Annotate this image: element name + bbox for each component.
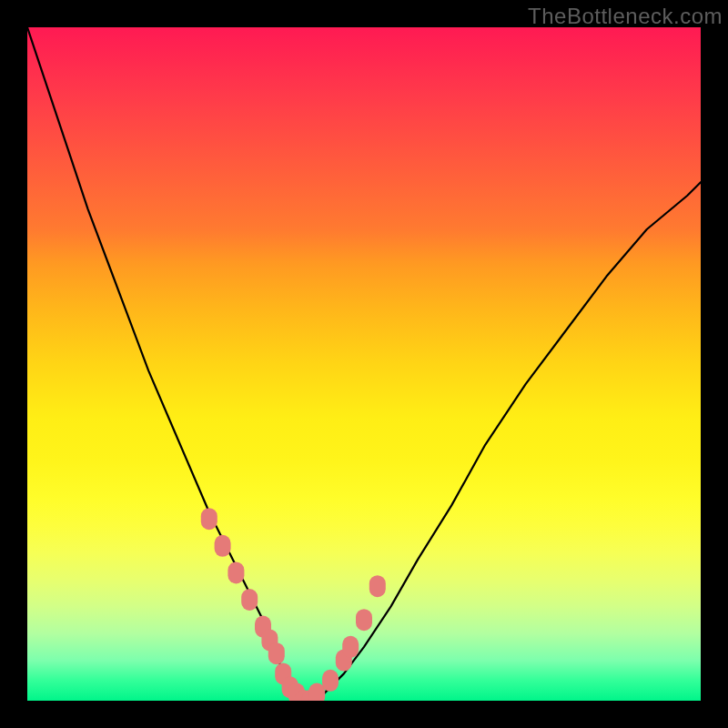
curve-markers [201, 508, 386, 701]
watermark-text: TheBottleneck.com [528, 4, 723, 29]
chart-frame: TheBottleneck.com [0, 0, 728, 728]
curve-marker [201, 508, 217, 530]
curve-marker [215, 535, 231, 557]
curve-svg [27, 27, 701, 701]
curve-marker [268, 642, 285, 664]
curve-marker [369, 575, 386, 597]
curve-marker [342, 636, 359, 658]
curve-marker [356, 609, 372, 631]
curve-marker [241, 589, 258, 611]
bottleneck-curve [27, 27, 701, 701]
curve-marker [228, 561, 244, 583]
plot-area [27, 27, 701, 701]
curve-marker [322, 670, 339, 692]
